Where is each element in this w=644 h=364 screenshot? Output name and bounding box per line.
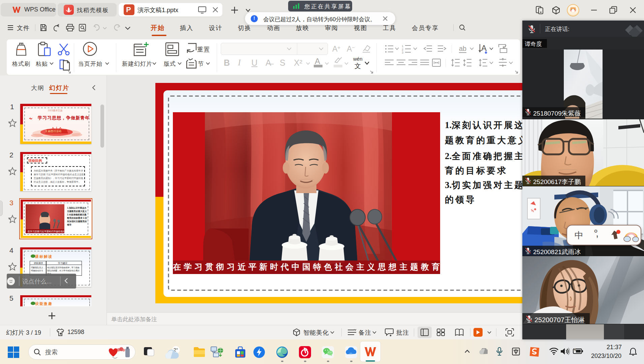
svg-text:1: 1	[402, 44, 403, 48]
svg-text:在学习贯彻习近平新时代中国特色社会主义思想主题教育工作会议上: 在学习贯彻习近平新时代中国特色社会主义思想主题教育工作会议上的讲话	[27, 230, 64, 233]
svg-text:3: 3	[402, 51, 403, 54]
